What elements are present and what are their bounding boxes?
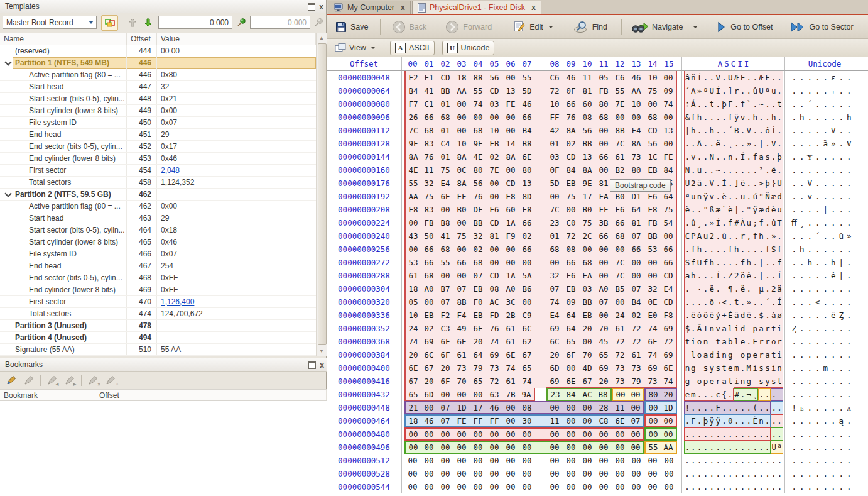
hex-byte[interactable]: 8B [612, 124, 628, 137]
unicode-char[interactable]: . [814, 84, 822, 97]
ascii-char[interactable]: æ [715, 203, 721, 216]
hex-byte[interactable]: E6 [644, 190, 661, 203]
ascii-char[interactable]: ª [703, 84, 709, 97]
ascii-char[interactable]: . [727, 427, 734, 441]
ascii-char[interactable]: þ [764, 177, 771, 190]
hex-byte[interactable]: 1A [502, 216, 519, 229]
hex-byte[interactable]: 6E [453, 335, 470, 348]
hex-byte[interactable]: 00 [502, 243, 519, 256]
delete-all-bookmarks-button[interactable]: ▫ [104, 375, 117, 386]
ascii-char[interactable]: ! [684, 401, 690, 414]
hex-byte[interactable]: 00 [612, 467, 628, 480]
hex-byte[interactable]: 00 [519, 454, 535, 467]
unicode-char[interactable]: . [830, 282, 838, 295]
unicode-char[interactable]: . [830, 150, 838, 163]
ascii-char[interactable]: . [727, 256, 734, 269]
hex-byte[interactable]: 00 [563, 203, 579, 216]
ascii-char[interactable]: d [777, 190, 783, 203]
hex-byte[interactable]: 00 [595, 243, 612, 256]
hex-byte[interactable]: 50 [421, 229, 437, 243]
unicode-char[interactable]: . [830, 190, 838, 203]
unicode-char[interactable]: . [822, 111, 830, 124]
ascii-char[interactable]: r [715, 375, 721, 388]
ascii-char[interactable]: m [734, 361, 740, 375]
hex-byte[interactable]: F6 [563, 269, 579, 282]
ascii-char[interactable]: . [734, 150, 740, 163]
ascii-char[interactable]: e [740, 335, 746, 348]
ascii-char[interactable]: h [708, 124, 715, 137]
unicode-char[interactable]: ! [790, 401, 798, 414]
ascii-char[interactable]: . [758, 467, 764, 480]
hex-byte[interactable]: 00 [612, 243, 628, 256]
hex-byte[interactable]: FE [661, 150, 677, 163]
ascii-char[interactable]: p [703, 375, 709, 388]
hex-byte[interactable]: 6E [470, 322, 486, 335]
ascii-char[interactable]: . [727, 163, 734, 177]
hex-byte[interactable]: 75 [563, 190, 579, 203]
hex-byte[interactable]: 75 [437, 163, 453, 177]
hex-byte[interactable]: 75 [661, 203, 677, 216]
hex-byte[interactable]: 61 [502, 335, 519, 348]
hex-byte[interactable]: 8A [453, 177, 470, 190]
ascii-char[interactable]: . [715, 243, 721, 256]
unicode-char[interactable]: . [822, 216, 830, 229]
ascii-char[interactable]: . [703, 177, 709, 190]
hex-byte[interactable]: CD [563, 150, 579, 163]
unicode-char[interactable]: . [822, 256, 830, 269]
hex-byte[interactable]: 72 [486, 375, 502, 388]
ascii-char[interactable]: . [721, 163, 727, 177]
unicode-char[interactable]: . [837, 124, 845, 137]
hex-byte[interactable]: 60 [579, 97, 595, 111]
tree-row[interactable]: Total sectors474124,700,672 [0, 308, 316, 320]
ascii-char[interactable]: ª [684, 190, 690, 203]
ascii-char[interactable]: n [727, 150, 734, 163]
ascii-char[interactable]: . [740, 414, 746, 427]
hex-byte[interactable]: 00 [470, 427, 486, 441]
hex-byte[interactable]: C6 [546, 71, 563, 84]
hex-byte[interactable]: 00 [661, 414, 677, 427]
unicode-char[interactable]: . [814, 454, 822, 467]
ascii-char[interactable]: u [690, 190, 697, 203]
hex-byte[interactable]: A0 [421, 282, 437, 295]
ascii-char[interactable]: . [703, 480, 709, 493]
ascii-char[interactable]: . [758, 427, 764, 441]
hex-byte[interactable]: 02 [486, 150, 502, 163]
hex-byte[interactable]: 46 [486, 401, 502, 414]
hex-byte[interactable]: 00 [628, 388, 644, 401]
ascii-char[interactable]: . [777, 111, 783, 124]
unicode-char[interactable]: . [830, 361, 838, 375]
ascii-char[interactable]: . [740, 137, 746, 150]
ascii-char[interactable]: . [703, 427, 709, 441]
hex-byte[interactable]: 00 [579, 335, 595, 348]
ascii-char[interactable]: . [727, 441, 734, 454]
ascii-char[interactable]: t [777, 97, 783, 111]
unicode-char[interactable]: . [790, 97, 798, 111]
hex-byte[interactable]: 01 [546, 137, 563, 150]
ascii-char[interactable]: Í [721, 177, 727, 190]
ascii-char[interactable]: ë [771, 163, 777, 177]
hex-byte[interactable]: 00 [486, 480, 502, 493]
ascii-char[interactable]: . [771, 401, 777, 414]
hex-byte[interactable]: 10 [486, 124, 502, 137]
chevron-down-icon[interactable] [548, 26, 553, 28]
hex-byte[interactable]: 00 [595, 467, 612, 480]
ascii-char[interactable]: . [715, 427, 721, 441]
ascii-char[interactable]: . [752, 441, 758, 454]
hex-byte[interactable]: 72 [546, 84, 563, 97]
ascii-char[interactable]: æ [758, 203, 764, 216]
ascii-char[interactable]: . [758, 295, 764, 309]
ascii-char[interactable]: ë [708, 309, 715, 322]
ascii-char[interactable]: þ [777, 150, 783, 163]
hex-byte[interactable]: 00 [546, 256, 563, 269]
hex-byte[interactable]: 61 [628, 348, 644, 361]
ascii-char[interactable]: y [708, 361, 715, 375]
ascii-char[interactable]: ë [746, 309, 752, 322]
hex-byte[interactable]: 9F [404, 137, 421, 150]
hex-byte[interactable]: 00 [644, 467, 661, 480]
hex-byte[interactable]: 11 [546, 414, 563, 427]
ascii-char[interactable]: . [771, 97, 777, 111]
ascii-char[interactable]: m [690, 388, 697, 401]
tree-row[interactable]: Start head44732 [0, 81, 316, 93]
unicode-char[interactable]: . [845, 335, 854, 348]
ascii-char[interactable]: . [777, 124, 783, 137]
